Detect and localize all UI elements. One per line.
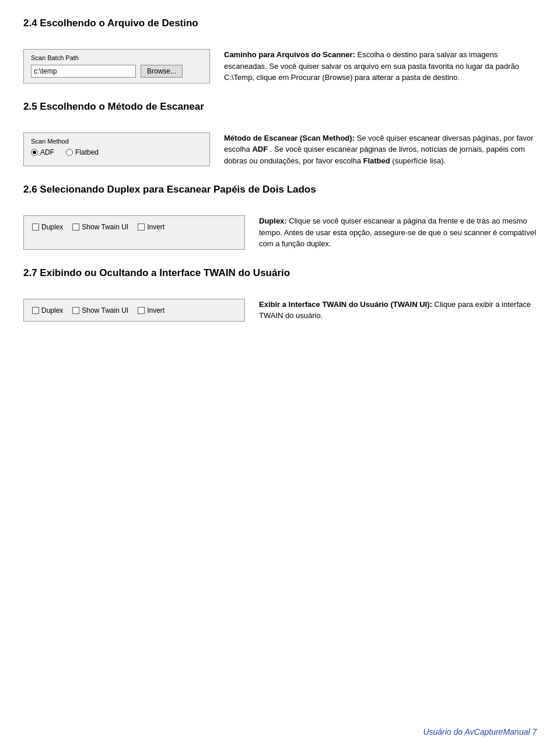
scan-method-label: Scan Method xyxy=(31,138,202,145)
duplex-checkbox-27[interactable] xyxy=(32,307,39,314)
scan-batch-path-input[interactable] xyxy=(31,65,136,78)
desc-25-title: Método de Escanear (Scan Method): xyxy=(224,134,355,142)
section-24: 2.4 Escolhendo o Arquivo de Destino Scan… xyxy=(23,18,537,83)
footer-text: Usuário do AvCaptureManual 7 xyxy=(423,727,537,736)
invert-checkbox-item-27[interactable]: Invert xyxy=(138,306,164,315)
scan-method-panel: Scan Method ADF Flatbed xyxy=(23,132,210,167)
invert-checkbox-27[interactable] xyxy=(138,307,145,314)
section-24-desc: Caminho para Arquivos do Scanner: Escolh… xyxy=(224,49,537,83)
show-twain-label-26: Show Twain UI xyxy=(82,223,128,231)
browse-button[interactable]: Browse... xyxy=(141,65,183,78)
desc-26-title: Duplex: xyxy=(259,217,287,225)
invert-checkbox-26[interactable] xyxy=(138,224,145,231)
duplex-label-26: Duplex xyxy=(41,223,63,231)
duplex-label-27: Duplex xyxy=(41,306,63,315)
flatbed-radio-item[interactable]: Flatbed xyxy=(66,148,99,156)
desc-25-flatbed: Flatbed xyxy=(363,156,390,165)
flatbed-label: Flatbed xyxy=(75,148,99,156)
section-27-desc: Exibir a Interface TWAIN do Usuário (TWA… xyxy=(259,299,537,322)
desc-27-title: Exibir a Interface TWAIN do Usuário (TWA… xyxy=(259,300,432,309)
show-twain-label-27: Show Twain UI xyxy=(82,306,128,315)
desc-26-body: Clique se você quiser escanear a página … xyxy=(259,217,536,248)
section-26-desc: Duplex: Clique se você quiser escanear a… xyxy=(259,215,537,250)
duplex-panel-26: Duplex Show Twain UI Invert xyxy=(23,215,245,250)
invert-label-27: Invert xyxy=(147,306,164,315)
footer: Usuário do AvCaptureManual 7 xyxy=(423,727,537,736)
section-27: 2.7 Exibindo ou Ocultando a Interface TW… xyxy=(23,267,537,322)
section-25: 2.5 Escolhendo o Método de Escanear Scan… xyxy=(23,101,537,167)
flatbed-radio[interactable] xyxy=(66,149,73,156)
duplex-checkbox-item-26[interactable]: Duplex xyxy=(32,223,63,231)
adf-label: ADF xyxy=(40,148,54,156)
adf-radio[interactable] xyxy=(31,149,38,156)
show-twain-checkbox-27[interactable] xyxy=(72,307,79,314)
adf-radio-item[interactable]: ADF xyxy=(31,148,54,156)
show-twain-checkbox-item-27[interactable]: Show Twain UI xyxy=(72,306,128,315)
duplex-checkbox-26[interactable] xyxy=(32,224,39,231)
desc-24-title: Caminho para Arquivos do Scanner: xyxy=(224,50,355,59)
section-26-title: 2.6 Selecionando Duplex para Escanear Pa… xyxy=(23,184,316,196)
section-25-title: 2.5 Escolhendo o Método de Escanear xyxy=(23,101,204,113)
section-24-title: 2.4 Escolhendo o Arquivo de Destino xyxy=(23,18,198,29)
invert-label-26: Invert xyxy=(147,223,164,231)
desc-25-body3: (superfície lisa). xyxy=(392,156,446,165)
show-twain-checkbox-26[interactable] xyxy=(72,224,79,231)
scan-batch-path-label: Scan Batch Path xyxy=(31,54,202,61)
show-twain-checkbox-item-26[interactable]: Show Twain UI xyxy=(72,223,128,231)
section-27-title: 2.7 Exibindo ou Ocultando a Interface TW… xyxy=(23,267,290,279)
duplex-panel-27: Duplex Show Twain UI Invert xyxy=(23,299,245,322)
section-26: 2.6 Selecionando Duplex para Escanear Pa… xyxy=(23,184,537,250)
scan-batch-path-panel: Scan Batch Path Browse... xyxy=(23,49,210,83)
invert-checkbox-item-26[interactable]: Invert xyxy=(138,223,164,231)
duplex-checkbox-item-27[interactable]: Duplex xyxy=(32,306,63,315)
section-25-desc: Método de Escanear (Scan Method): Se voc… xyxy=(224,132,537,167)
desc-25-adf: ADF xyxy=(252,145,268,153)
